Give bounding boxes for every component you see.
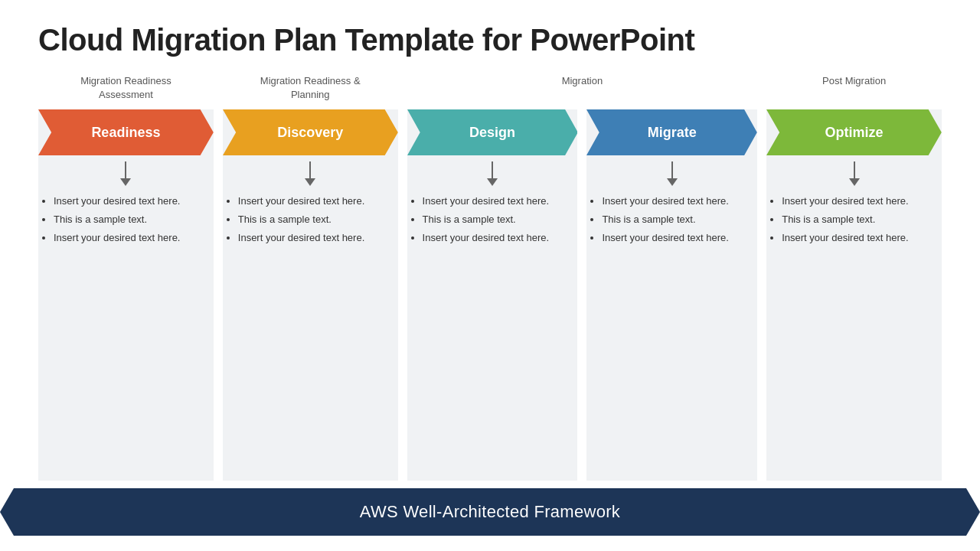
phase-3a-content: Insert your desired text here. This is a… bbox=[407, 191, 578, 481]
optimize-chevron[interactable]: Optimize bbox=[766, 109, 942, 155]
phase-3b-bullets: Insert your desired text here. This is a… bbox=[602, 194, 748, 246]
phase-1-bullet-2: This is a sample text. bbox=[54, 212, 204, 228]
phase-4-bullet-1: Insert your desired text here. bbox=[782, 194, 933, 210]
phase-4-content: Insert your desired text here. This is a… bbox=[766, 191, 942, 481]
optimize-label: Optimize bbox=[766, 109, 942, 155]
main-title: Cloud Migration Plan Template for PowerP… bbox=[38, 23, 942, 57]
phase-2-bullets: Insert your desired text here. This is a… bbox=[238, 194, 389, 246]
phase-4-label: Post Migration bbox=[766, 74, 942, 102]
design-label: Design bbox=[407, 109, 578, 155]
arrow-1 bbox=[38, 155, 214, 191]
phase-3b-content: Insert your desired text here. This is a… bbox=[586, 191, 757, 481]
bottom-banner: AWS Well-Architected Framework bbox=[0, 488, 980, 536]
phase-1-content: Insert your desired text here. This is a… bbox=[38, 191, 214, 481]
arrow-2 bbox=[223, 155, 398, 191]
design-chevron[interactable]: Design bbox=[407, 109, 578, 155]
migrate-label: Migrate bbox=[586, 109, 757, 155]
phase-4-bullets: Insert your desired text here. This is a… bbox=[782, 194, 933, 246]
phase-1-bullet-1: Insert your desired text here. bbox=[54, 194, 204, 210]
arrow-3b bbox=[586, 155, 757, 191]
discovery-label: Discovery bbox=[223, 109, 398, 155]
phase-3a-bullet-2: This is a sample text. bbox=[423, 212, 569, 228]
phase-1-bullets: Insert your desired text here. This is a… bbox=[54, 194, 204, 246]
readiness-label: Readiness bbox=[38, 109, 214, 155]
discovery-chevron[interactable]: Discovery bbox=[223, 109, 398, 155]
phase-3a-bullet-3: Insert your desired text here. bbox=[423, 230, 569, 246]
readiness-chevron[interactable]: Readiness bbox=[38, 109, 214, 155]
phase-1-bullet-3: Insert your desired text here. bbox=[54, 230, 204, 246]
phase-3-label: Migration bbox=[407, 74, 758, 102]
phase-3a-bullets: Insert your desired text here. This is a… bbox=[423, 194, 569, 246]
arrow-3a bbox=[407, 155, 578, 191]
phase-3b-bullet-1: Insert your desired text here. bbox=[602, 194, 748, 210]
phase-3a: Design Insert your desired text here. Th… bbox=[407, 109, 578, 481]
phase-2-bullet-2: This is a sample text. bbox=[238, 212, 389, 228]
phase-2-label: Migration Readiness &Planning bbox=[223, 74, 398, 102]
phase-3: Migration Design bbox=[407, 74, 758, 481]
phase-1: Migration ReadinessAssessment Readiness … bbox=[38, 74, 214, 481]
phase-4-bullet-2: This is a sample text. bbox=[782, 212, 933, 228]
phase-3a-bullet-1: Insert your desired text here. bbox=[423, 194, 569, 210]
phase-3b: Migrate Insert your desired text here. T… bbox=[586, 109, 757, 481]
phase-3b-bullet-2: This is a sample text. bbox=[602, 212, 748, 228]
migrate-chevron[interactable]: Migrate bbox=[586, 109, 757, 155]
phase-4-bullet-3: Insert your desired text here. bbox=[782, 230, 933, 246]
arrow-4 bbox=[766, 155, 942, 191]
phase-2-content: Insert your desired text here. This is a… bbox=[223, 191, 398, 481]
phase-2-bullet-3: Insert your desired text here. bbox=[238, 230, 389, 246]
phase-3b-bullet-3: Insert your desired text here. bbox=[602, 230, 748, 246]
bottom-banner-text: AWS Well-Architected Framework bbox=[360, 502, 620, 522]
phase-4: Post Migration Optimize Insert your desi… bbox=[766, 74, 942, 481]
phase-1-label: Migration ReadinessAssessment bbox=[38, 74, 214, 102]
phase-2: Migration Readiness &Planning Discovery … bbox=[223, 74, 398, 481]
phase-2-bullet-1: Insert your desired text here. bbox=[238, 194, 389, 210]
